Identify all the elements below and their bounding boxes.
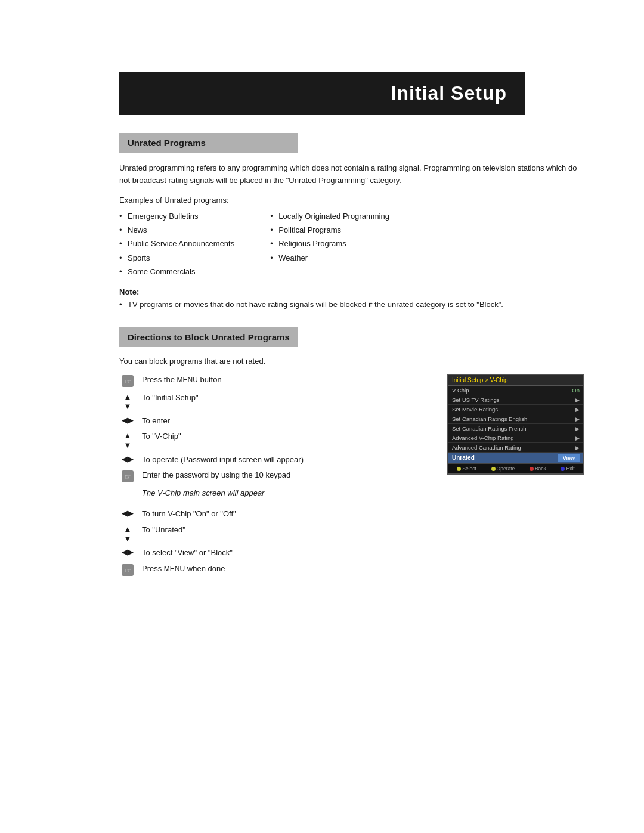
tv-menu-advca: Advanced Canadian Rating ▶ [448,443,583,453]
arrow-up: ▲ [124,431,132,441]
arrow-down: ▼ [124,402,132,411]
lr-arrow-icon: ◀▶ [119,509,136,518]
step-text: Press the Menu button [142,374,222,386]
dot-blue-icon [561,467,565,471]
step-text: Press Menu when done [142,563,225,575]
tv-menu-advchip: Advanced V-Chip Rating ▶ [448,433,583,443]
step-row: ☞ Press Menu when done [119,563,429,577]
arrow-up: ▲ [124,525,132,534]
tv-item-label: Advanced V-Chip Rating [452,435,514,441]
arrow-left-right: ◀▶ [122,547,134,557]
list-item: Locally Originated Programming [270,209,389,223]
lr-arrow-icon: ◀▶ [119,547,136,557]
step-row: ◀▶ To select "View" or "Block" [119,547,429,559]
note-label: Note: [119,287,584,296]
title-bar: Initial Setup [119,72,525,115]
tv-item-label: Set Canadian Ratings English [452,416,527,422]
section-unrated: Unrated Programs Unrated programming ref… [119,133,584,311]
svg-text:☞: ☞ [125,473,131,481]
examples-col-left: Emergency Bulletins News Public Service … [119,209,234,279]
arrow-up: ▲ [124,392,132,402]
arrow-left: ◀▶ [122,416,134,425]
step-row: ☞ Enter the password by using the 10 key… [119,469,429,484]
list-item: Some Commercials [119,265,234,278]
list-item: Emergency Bulletins [119,209,234,223]
section-heading-directions: Directions to Block Unrated Programs [119,327,298,347]
tv-item-arrow: ▶ [575,435,580,441]
step-text: To "Initial Setup" [142,392,199,404]
list-item: Public Service Announcements [119,237,234,250]
step-text: To enter [142,415,170,428]
step-row: ▲ ▼ To "V-Chip" [119,431,429,450]
tv-menu-ustv: Set US TV Ratings ▶ [448,395,583,405]
step-row: ▲ ▼ To "Unrated" [119,524,429,543]
svg-text:☞: ☞ [125,566,131,575]
tv-menu-caen: Set Canadian Ratings English ▶ [448,414,583,424]
tv-item-arrow: ▶ [575,407,580,413]
lr-arrow-icon: ◀▶ [119,416,136,425]
dot-yellow-icon [491,467,496,471]
section-directions: Directions to Block Unrated Programs You… [119,327,584,581]
examples-columns: Emergency Bulletins News Public Service … [119,209,584,279]
tv-item-arrow: ▶ [575,416,580,422]
tv-footer-select: Select [457,466,476,472]
svg-text:☞: ☞ [125,377,131,386]
dot-red-icon [530,467,534,471]
arrow-left-right: ◀▶ [122,454,134,464]
tv-item-label: Set Movie Ratings [452,406,498,413]
tv-menu-movie: Set Movie Ratings ▶ [448,405,583,414]
step-text: To "V-Chip" [142,431,181,443]
arrow-down: ▼ [124,441,132,450]
tv-menu-vchip: V-Chip On [448,386,583,395]
tv-item-label: Set Canadian Ratings French [452,425,527,432]
tv-active-row: Unrated View [448,453,583,463]
note-block: Note: TV programs or movies that do not … [119,287,584,311]
steps-list: ☞ Press the Menu button ▲ ▼ To " [119,374,429,581]
step-row: ◀▶ To turn V-Chip "On" or "Off" [119,508,429,521]
menu-key-done: Menu [164,565,185,573]
note-text: TV programs or movies that do not have r… [119,299,584,311]
tv-item-arrow: ▶ [575,426,580,432]
keypad-icon: ☞ [119,469,136,484]
examples-label: Examples of Unrated programs: [119,196,584,205]
tv-view-button: View [558,454,580,462]
menu-icon: ☞ [119,374,136,388]
list-item: Weather [270,251,389,265]
ud-arrow-icon: ▲ ▼ [119,392,136,411]
step-italic-text: The V-Chip main screen will appear [142,487,264,500]
intro-text: Unrated programming refers to any progra… [119,162,584,187]
section-heading-unrated: Unrated Programs [119,133,298,153]
step-text: Enter the password by using the 10 keypa… [142,469,290,482]
arrow-down: ▼ [124,534,132,544]
steps-and-screen: ☞ Press the Menu button ▲ ▼ To " [119,374,584,581]
page-container: Initial Setup Unrated Programs Unrated p… [0,72,644,833]
tv-header: Initial Setup > V-Chip [448,375,583,386]
list-item: Sports [119,251,234,265]
step-row: ▲ ▼ To "Initial Setup" [119,392,429,411]
directions-intro: You can block programs that are not rate… [119,357,584,366]
dot-yellow-icon [457,467,461,471]
tv-footer-operate: Operate [491,466,515,472]
step-row: ◀▶ To enter [119,415,429,428]
examples-col-right: Locally Originated Programming Political… [270,209,389,279]
step-text: To operate (Password input screen will a… [142,454,304,466]
tv-item-arrow: ▶ [575,445,580,451]
tv-item-value: On [572,387,580,394]
ud-arrow-icon: ▲ ▼ [119,431,136,450]
step-row: ☞ Press the Menu button [119,374,429,388]
tv-item-label: Advanced Canadian Rating [452,444,521,451]
tv-footer: Select Operate Back Exit [448,463,583,473]
tv-active-label: Unrated [452,454,475,462]
tv-item-label: V-Chip [452,387,469,394]
page-title: Initial Setup [137,82,507,104]
tv-item-label: Set US TV Ratings [452,397,500,403]
tv-footer-back: Back [530,466,546,472]
step-row: ◀▶ To operate (Password input screen wil… [119,454,429,466]
tv-menu-cafr: Set Canadian Ratings French ▶ [448,424,583,433]
arrow-left-right: ◀▶ [122,509,134,518]
step-text: To "Unrated" [142,524,185,537]
step-text: To select "View" or "Block" [142,547,233,559]
menu-done-icon: ☞ [119,563,136,577]
tv-footer-exit: Exit [561,466,574,472]
list-item: Political Programs [270,223,389,237]
